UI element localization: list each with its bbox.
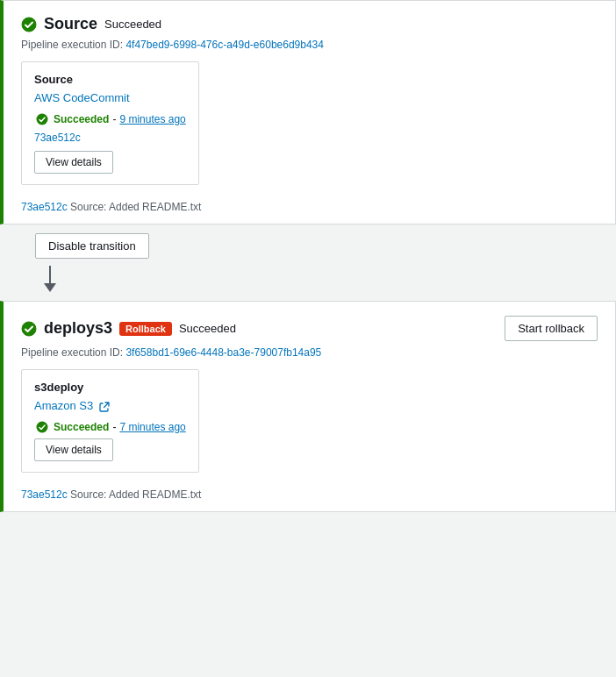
- deploy-pipeline-id-link[interactable]: 3f658bd1-69e6-4448-ba3e-79007fb14a95: [125, 346, 321, 359]
- source-view-details-button[interactable]: View details: [34, 151, 113, 174]
- deploy-stage-title: deploys3: [44, 319, 112, 338]
- source-footer-text: Source: Added README.txt: [68, 201, 202, 213]
- deploy-action-separator: -: [112, 421, 116, 433]
- deploy-stage-header-left: deploys3 Rollback Succeeded: [21, 319, 236, 338]
- source-action-time-ago[interactable]: 9 minutes ago: [119, 113, 185, 125]
- source-footer-commit-link[interactable]: 73ae512c: [21, 201, 68, 213]
- disable-transition-button[interactable]: Disable transition: [35, 233, 149, 259]
- source-success-icon: [21, 17, 37, 32]
- svg-point-0: [22, 18, 36, 32]
- svg-point-3: [37, 422, 48, 433]
- source-stage-header-row: Source Succeeded: [21, 15, 598, 33]
- arrow-head: [44, 283, 56, 292]
- deploy-success-icon: [21, 321, 37, 337]
- pipeline-container: Source Succeeded Pipeline execution ID: …: [0, 0, 616, 512]
- deploy-stage-footer: 73ae512c Source: Added README.txt: [21, 481, 598, 501]
- amazon-s3-link[interactable]: Amazon S3: [34, 399, 93, 412]
- source-commit-link[interactable]: 73ae512c: [34, 132, 81, 144]
- source-action-provider: AWS CodeCommit: [34, 91, 186, 104]
- deploy-action-success-icon: [34, 419, 50, 435]
- arrow-line: [49, 266, 51, 283]
- source-pipeline-id-label: Pipeline execution ID:: [21, 39, 123, 51]
- deploy-action-provider: Amazon S3: [34, 399, 186, 412]
- aws-codecommit-link[interactable]: AWS CodeCommit: [34, 91, 130, 104]
- start-rollback-button[interactable]: Start rollback: [505, 316, 598, 341]
- source-action-succeeded: Succeeded: [54, 113, 109, 125]
- source-action-card: Source AWS CodeCommit Succeeded - 9 minu…: [21, 61, 199, 185]
- rollback-badge: Rollback: [119, 322, 172, 336]
- deploy-action-title: s3deploy: [34, 381, 186, 394]
- source-action-separator: -: [112, 113, 116, 125]
- transition-arrow: [44, 266, 56, 292]
- source-stage-title: Source: [44, 15, 97, 33]
- source-action-status-row: Succeeded - 9 minutes ago: [34, 111, 186, 127]
- deploy-footer-commit-link[interactable]: 73ae512c: [21, 488, 68, 501]
- source-action-success-icon: [34, 111, 50, 127]
- deploy-stage-header-row: deploys3 Rollback Succeeded Start rollba…: [21, 316, 598, 341]
- source-stage-footer: 73ae512c Source: Added README.txt: [21, 194, 598, 213]
- source-action-commit: 73ae512c: [34, 131, 186, 144]
- svg-point-2: [22, 322, 36, 336]
- source-stage-status: Succeeded: [104, 18, 161, 31]
- deploy-action-status-row: Succeeded - 7 minutes ago: [34, 419, 186, 435]
- source-stage: Source Succeeded Pipeline execution ID: …: [0, 0, 616, 224]
- transition-area: Disable transition: [0, 224, 616, 301]
- deploy-pipeline-id-row: Pipeline execution ID: 3f658bd1-69e6-444…: [21, 346, 598, 359]
- deploy-action-time-ago[interactable]: 7 minutes ago: [119, 421, 185, 433]
- deploy-footer-text: Source: Added README.txt: [68, 488, 202, 501]
- deploy-action-card: s3deploy Amazon S3 Succeeded - 7 minutes…: [21, 369, 199, 473]
- source-pipeline-id-link[interactable]: 4f47bed9-6998-476c-a49d-e60be6d9b434: [125, 39, 324, 51]
- deploy-view-details-button[interactable]: View details: [34, 438, 113, 461]
- deploy-stage: deploys3 Rollback Succeeded Start rollba…: [0, 301, 616, 512]
- svg-point-1: [37, 114, 48, 125]
- deploy-action-succeeded: Succeeded: [54, 421, 109, 433]
- external-link-icon: [99, 402, 110, 412]
- deploy-pipeline-id-label: Pipeline execution ID:: [21, 346, 123, 359]
- source-action-title: Source: [34, 73, 186, 86]
- source-pipeline-id-row: Pipeline execution ID: 4f47bed9-6998-476…: [21, 39, 598, 51]
- source-stage-header-left: Source Succeeded: [21, 15, 161, 33]
- deploy-stage-status: Succeeded: [179, 322, 236, 335]
